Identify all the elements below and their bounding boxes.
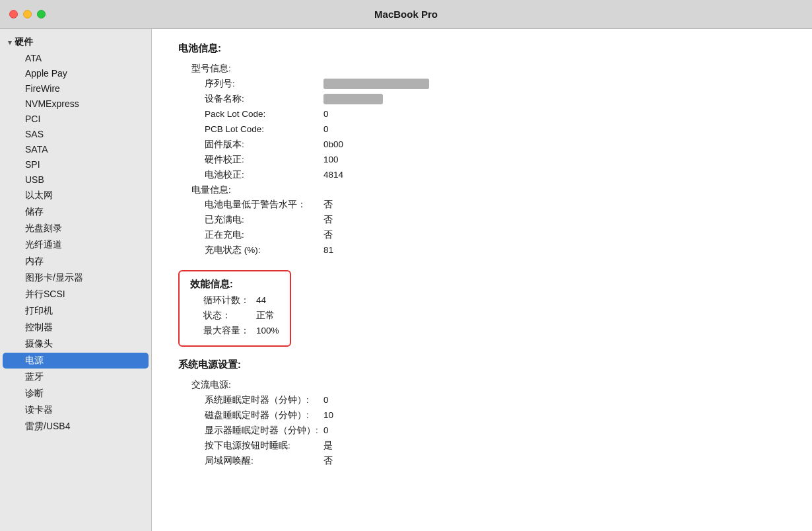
charge-info-row: 电量信息: (178, 183, 786, 198)
sidebar-item-camera[interactable]: 摄像头 (3, 336, 149, 352)
firmware-value: 0b00 (323, 137, 343, 153)
battery-cal-label: 电池校正: (178, 168, 323, 183)
device-name-value-blurred (323, 94, 383, 104)
charging-value: 否 (323, 228, 333, 243)
maximize-button[interactable] (37, 10, 46, 18)
titlebar: MacBook Pro (0, 0, 812, 29)
battery-section-title: 电池信息: (178, 42, 786, 55)
sidebar-item-applepay[interactable]: Apple Pay (3, 66, 149, 81)
sidebar: ▾ 硬件 ATA Apple Pay FireWire NVMExpress P… (0, 29, 152, 531)
minimize-button[interactable] (23, 10, 32, 18)
model-info-row: 型号信息: (178, 61, 786, 77)
pcb-lot-label: PCB Lot Code: (178, 122, 323, 137)
model-info-label: 型号信息: (178, 61, 323, 77)
sidebar-item-nvmexpress[interactable]: NVMExpress (3, 96, 149, 111)
display-sleep-row: 显示器睡眠定时器（分钟）: 0 (178, 423, 786, 439)
performance-highlight-box: 效能信息: 循环计数： 44 状态： 正常 最大容量： 100% (178, 270, 291, 347)
charge-info-label: 电量信息: (178, 183, 323, 198)
display-sleep-label: 显示器睡眠定时器（分钟）: (178, 423, 323, 439)
sidebar-item-memory[interactable]: 内存 (3, 254, 149, 269)
sidebar-item-sata[interactable]: SATA (3, 142, 149, 157)
charge-percent-label: 充电状态 (%): (178, 243, 323, 258)
charging-label: 正在充电: (178, 228, 323, 243)
serial-value-blurred (323, 79, 429, 89)
device-name-row: 设备名称: (178, 92, 786, 107)
disk-sleep-value: 10 (323, 408, 333, 423)
charge-percent-row: 充电状态 (%): 81 (178, 243, 786, 258)
sidebar-item-thunderbolt[interactable]: 雷雳/USB4 (3, 419, 149, 435)
sidebar-item-diagnostics[interactable]: 诊断 (3, 386, 149, 402)
pack-lot-label: Pack Lot Code: (178, 107, 323, 122)
sidebar-hardware-label: 硬件 (15, 36, 33, 48)
sidebar-item-power[interactable]: 电源 (3, 353, 149, 369)
charging-row: 正在充电: 否 (178, 228, 786, 243)
battery-info-table: 型号信息: 序列号: 设备名称: Pack Lot Code: 0 PCB Lo… (178, 61, 786, 258)
close-button[interactable] (9, 10, 18, 18)
sidebar-item-optical[interactable]: 光盘刻录 (3, 221, 149, 236)
sleep-timer-value: 0 (323, 393, 329, 408)
power-settings-title: 系统电源设置: (178, 359, 786, 371)
device-name-label: 设备名称: (178, 92, 323, 107)
sidebar-item-ethernet[interactable]: 以太网 (3, 188, 149, 203)
power-button-row: 按下电源按钮时睡眠: 是 (178, 439, 786, 454)
content-area: 电池信息: 型号信息: 序列号: 设备名称: Pack Lot Code: 0 … (152, 29, 812, 531)
hardware-cal-label: 硬件校正: (178, 153, 323, 168)
wake-on-lan-label: 局域网唤醒: (178, 454, 323, 469)
firmware-row: 固件版本: 0b00 (178, 137, 786, 153)
sidebar-item-storage[interactable]: 储存 (3, 204, 149, 220)
sleep-timer-row: 系统睡眠定时器（分钟）: 0 (178, 393, 786, 408)
low-charge-row: 电池电量低于警告水平： 否 (178, 197, 786, 213)
disk-sleep-row: 磁盘睡眠定时器（分钟）: 10 (178, 408, 786, 423)
cycle-count-value: 44 (256, 293, 266, 308)
serial-label: 序列号: (178, 77, 323, 92)
sleep-timer-label: 系统睡眠定时器（分钟）: (178, 393, 323, 408)
sidebar-hardware-section[interactable]: ▾ 硬件 (0, 34, 151, 50)
sidebar-item-scsi[interactable]: 并行SCSI (3, 287, 149, 302)
status-row: 状态： 正常 (190, 308, 279, 324)
cycle-count-row: 循环计数： 44 (190, 293, 279, 308)
ac-power-label: 交流电源: (178, 378, 323, 393)
serial-row: 序列号: (178, 77, 786, 92)
sidebar-item-bluetooth[interactable]: 蓝牙 (3, 369, 149, 385)
sidebar-item-printer[interactable]: 打印机 (3, 303, 149, 319)
pack-lot-value: 0 (323, 107, 329, 122)
sidebar-item-pci[interactable]: PCI (3, 112, 149, 126)
pcb-lot-row: PCB Lot Code: 0 (178, 122, 786, 137)
low-charge-label: 电池电量低于警告水平： (178, 197, 323, 213)
sidebar-item-ata[interactable]: ATA (3, 51, 149, 65)
fully-charged-label: 已充满电: (178, 213, 323, 228)
sidebar-item-gpu[interactable]: 图形卡/显示器 (3, 270, 149, 286)
battery-cal-row: 电池校正: 4814 (178, 168, 786, 183)
sidebar-item-usb[interactable]: USB (3, 172, 149, 187)
sidebar-item-fiber[interactable]: 光纤通道 (3, 237, 149, 253)
main-layout: ▾ 硬件 ATA Apple Pay FireWire NVMExpress P… (0, 29, 812, 531)
window-controls (9, 10, 46, 18)
sidebar-item-controller[interactable]: 控制器 (3, 320, 149, 336)
status-value: 正常 (256, 308, 275, 324)
sidebar-item-sas[interactable]: SAS (3, 127, 149, 141)
hardware-cal-value: 100 (323, 153, 339, 168)
sidebar-item-spi[interactable]: SPI (3, 157, 149, 172)
sidebar-item-firewire[interactable]: FireWire (3, 81, 149, 96)
ac-power-row: 交流电源: (178, 378, 786, 393)
max-capacity-value: 100% (256, 324, 279, 339)
perf-info-title: 效能信息: (190, 278, 279, 291)
chevron-down-icon: ▾ (8, 38, 12, 47)
wake-on-lan-row: 局域网唤醒: 否 (178, 454, 786, 469)
pack-lot-row: Pack Lot Code: 0 (178, 107, 786, 122)
power-settings-table: 交流电源: 系统睡眠定时器（分钟）: 0 磁盘睡眠定时器（分钟）: 10 显示器… (178, 378, 786, 469)
battery-cal-value: 4814 (323, 168, 343, 183)
power-button-label: 按下电源按钮时睡眠: (178, 439, 323, 454)
status-label: 状态： (190, 308, 256, 324)
window-title: MacBook Pro (374, 9, 438, 20)
firmware-label: 固件版本: (178, 137, 323, 153)
charge-percent-value: 81 (323, 243, 333, 258)
max-capacity-row: 最大容量： 100% (190, 324, 279, 339)
wake-on-lan-value: 否 (323, 454, 333, 469)
cycle-count-label: 循环计数： (190, 293, 256, 308)
hardware-cal-row: 硬件校正: 100 (178, 153, 786, 168)
disk-sleep-label: 磁盘睡眠定时器（分钟）: (178, 408, 323, 423)
sidebar-item-cardreader[interactable]: 读卡器 (3, 402, 149, 418)
fully-charged-row: 已充满电: 否 (178, 213, 786, 228)
max-capacity-label: 最大容量： (190, 324, 256, 339)
